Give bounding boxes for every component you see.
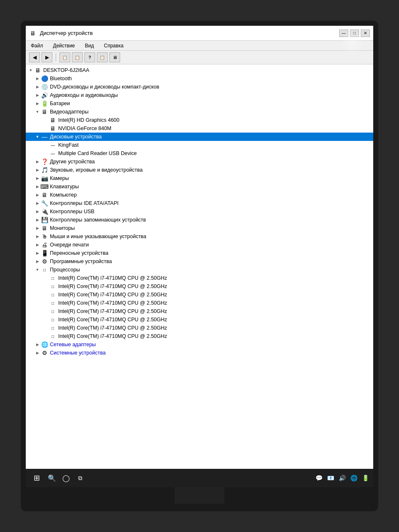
list-item[interactable]: ▶ ⚙ Программные устройства	[26, 257, 373, 266]
menu-help[interactable]: Справка	[102, 42, 125, 49]
print-icon: 🖨	[41, 241, 48, 249]
item-label: Клавиатуры	[50, 184, 79, 190]
item-label: Видеоадаптеры	[50, 109, 89, 115]
expand-icon: ▶	[34, 75, 41, 82]
expand-icon: ▶	[34, 100, 41, 107]
list-item[interactable]: ▶ ❓ Другие устройства	[26, 158, 373, 166]
minimize-button[interactable]: —	[339, 30, 348, 37]
item-label: Intel(R) Core(TM) i7-4710MQ CPU @ 2.50GH…	[58, 283, 167, 289]
expand-icon: ▶	[34, 217, 41, 223]
back-button[interactable]: ◀	[29, 52, 40, 62]
search-button[interactable]: 🔍	[46, 472, 58, 484]
list-item[interactable]: ▶ 🖥 Мониторы	[26, 224, 373, 232]
expand-icon: ▶	[34, 92, 41, 99]
tray-icon-chat[interactable]: 💬	[314, 473, 323, 483]
device-manager-window: 🖥 Диспетчер устройств — □ ✕ Файл Действи…	[26, 26, 373, 487]
scan-button[interactable]: 📋	[97, 52, 108, 62]
list-item[interactable]: ▶ 🔌 Контроллеры USB	[26, 207, 373, 216]
expand-icon: ▶	[34, 225, 41, 232]
list-item[interactable]: ▶ □ Intel(R) Core(TM) i7-4710MQ CPU @ 2.…	[26, 282, 373, 291]
item-label: Контроллеры IDE ATA/ATAPI	[50, 200, 118, 206]
battery-icon: 🔋	[41, 100, 48, 107]
list-item[interactable]: ▶ 🔧 Контроллеры IDE ATA/ATAPI	[26, 199, 373, 207]
list-item[interactable]: ▶ □ Intel(R) Core(TM) i7-4710MQ CPU @ 2.…	[26, 299, 373, 307]
tray-icon-mail[interactable]: 📧	[326, 473, 335, 483]
list-item[interactable]: ▶ — Multiple Card Reader USB Device	[26, 149, 373, 158]
item-label: Intel(R) HD Graphics 4600	[58, 117, 119, 123]
tree-root[interactable]: ▼ 🖥 DESKTOP-6J2I6AA	[26, 66, 373, 74]
menu-view[interactable]: Вид	[83, 42, 96, 49]
computer-icon: 🖥	[41, 191, 48, 199]
list-item[interactable]: ▶ — KingFast	[26, 141, 373, 149]
expand-icon: ▼	[34, 108, 41, 115]
software-icon: ⚙	[41, 258, 48, 265]
kingfast-icon: —	[49, 141, 57, 149]
start-button[interactable]: ⊞	[29, 470, 44, 485]
list-item[interactable]: ▶ □ Intel(R) Core(TM) i7-4710MQ CPU @ 2.…	[26, 274, 373, 282]
window-title: Диспетчер устройств	[40, 30, 93, 36]
usb-icon: 🔌	[41, 208, 48, 215]
list-item[interactable]: ▶ 🔵 Bluetooth	[26, 74, 373, 83]
cortana-button[interactable]: ◯	[60, 472, 72, 484]
list-item[interactable]: ▶ □ Intel(R) Core(TM) i7-4710MQ CPU @ 2.…	[26, 315, 373, 324]
list-item[interactable]: ▶ 🖨 Очереди печати	[26, 241, 373, 249]
list-item[interactable]: ▶ 🎵 Звуковые, игровые и видеоустройства	[26, 166, 373, 174]
window-icon: 🖥	[29, 30, 37, 37]
expand-icon: ▶	[34, 233, 41, 240]
expand-icon: ▶	[34, 84, 41, 90]
list-item[interactable]: ▶ □ Intel(R) Core(TM) i7-4710MQ CPU @ 2.…	[26, 324, 373, 332]
expand-icon: ▶	[34, 258, 41, 265]
list-item[interactable]: ▶ 🖥 NVIDIA GeForce 840M	[26, 124, 373, 133]
item-label: Другие устройства	[50, 159, 95, 165]
list-item[interactable]: ▶ 🖥 Intel(R) HD Graphics 4600	[26, 116, 373, 124]
expand-icon: ▶	[34, 183, 41, 190]
tray-icon-battery[interactable]: 🔋	[361, 473, 370, 483]
help-button[interactable]: ?	[84, 52, 95, 62]
item-label: Переносные устройства	[50, 250, 108, 256]
list-item[interactable]: ▶ □ Intel(R) Core(TM) i7-4710MQ CPU @ 2.…	[26, 307, 373, 315]
item-label: Bluetooth	[50, 76, 72, 81]
screen: 🖥 Диспетчер устройств — □ ✕ Файл Действи…	[26, 26, 373, 487]
monitor-base	[158, 504, 241, 511]
expand-icon: ▶	[34, 341, 41, 348]
device-tree[interactable]: ▼ 🖥 DESKTOP-6J2I6AA ▶ 🔵 Bluetooth ▶ 💿 D	[26, 64, 373, 487]
item-label: Очереди печати	[50, 242, 89, 248]
list-item[interactable]: ▼ — Дисковые устройства	[26, 133, 373, 141]
computer-button[interactable]: 🖥	[109, 52, 120, 62]
item-label: Камеры	[50, 175, 69, 181]
gpu-icon: 🖥	[49, 116, 57, 124]
maximize-button[interactable]: □	[350, 30, 359, 37]
list-item[interactable]: ▼ □ Процессоры	[26, 266, 373, 274]
item-label: Аудиовходы и аудиовыходы	[50, 92, 118, 98]
properties-button[interactable]: 📋	[59, 52, 70, 62]
list-item[interactable]: ▶ □ Intel(R) Core(TM) i7-4710MQ CPU @ 2.…	[26, 332, 373, 340]
list-item[interactable]: ▶ 🌐 Сетевые адаптеры	[26, 340, 373, 349]
cpu-icon: □	[49, 291, 57, 298]
close-button[interactable]: ✕	[361, 30, 370, 37]
tray-icon-volume[interactable]: 🔊	[337, 473, 347, 483]
list-item[interactable]: ▶ 🖥 Компьютер	[26, 191, 373, 199]
list-item[interactable]: ▶ 💿 DVD-дисководы и дисководы компакт-ди…	[26, 83, 373, 91]
expand-icon: ▶	[34, 250, 41, 256]
list-item[interactable]: ▶ 🔋 Батареи	[26, 99, 373, 108]
menu-file[interactable]: Файл	[29, 42, 45, 49]
item-label: DVD-дисководы и дисководы компакт-дисков	[50, 84, 159, 90]
list-item[interactable]: ▶ ⚙ Системные устройства	[26, 349, 373, 357]
list-item[interactable]: ▼ 🖥 Видеоадаптеры	[26, 108, 373, 116]
monitor-stand	[175, 487, 224, 504]
menu-action[interactable]: Действие	[52, 42, 77, 49]
list-item[interactable]: ▶ 📱 Переносные устройства	[26, 249, 373, 257]
gpu2-icon: 🖥	[49, 125, 57, 132]
list-item[interactable]: ▶ 📷 Камеры	[26, 174, 373, 182]
list-item[interactable]: ▶ 💾 Контроллеры запоминающих устройств	[26, 216, 373, 224]
update-button[interactable]: 📋	[72, 52, 83, 62]
tray-icon-network[interactable]: 🌐	[349, 473, 358, 483]
list-item[interactable]: ▶ ⌨ Клавиатуры	[26, 182, 373, 191]
forward-button[interactable]: ▶	[42, 52, 52, 62]
menu-bar: Файл Действие Вид Справка	[26, 41, 373, 51]
list-item[interactable]: ▶ 🔊 Аудиовходы и аудиовыходы	[26, 91, 373, 99]
list-item[interactable]: ▶ 🖱 Мыши и иные указывающие устройства	[26, 232, 373, 241]
system-icon: ⚙	[41, 349, 48, 357]
list-item[interactable]: ▶ □ Intel(R) Core(TM) i7-4710MQ CPU @ 2.…	[26, 291, 373, 299]
task-view-button[interactable]: ⧉	[74, 472, 86, 484]
